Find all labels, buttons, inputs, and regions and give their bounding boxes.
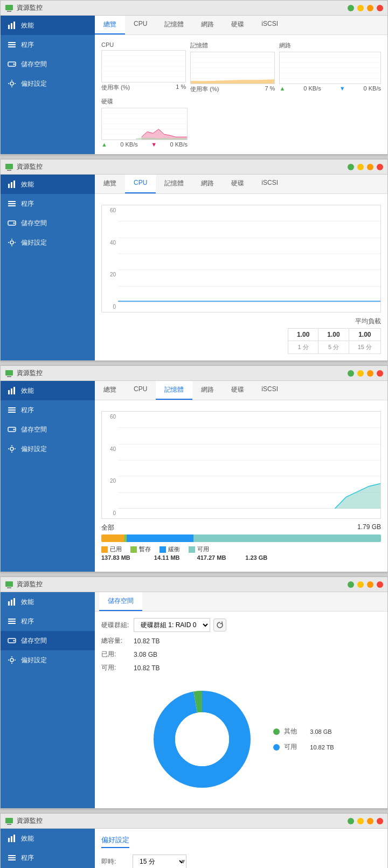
tab-iscsi-1[interactable]: iSCSI: [253, 16, 287, 34]
cpu-chart: 60 40 20 0: [101, 205, 381, 313]
tab-network-3[interactable]: 網路: [192, 381, 223, 400]
svg-rect-72: [11, 600, 12, 606]
sidebar-item-programs-5[interactable]: 程序: [1, 848, 95, 867]
tab-overview-3[interactable]: 總覽: [95, 381, 125, 400]
sidebar-item-performance-4[interactable]: 效能: [1, 592, 95, 612]
sidebar-label-performance-1: 效能: [21, 21, 34, 30]
sidebar-item-programs-2[interactable]: 程序: [1, 194, 95, 213]
svg-marker-68: [335, 484, 380, 509]
sidebar-item-performance-5[interactable]: 效能: [1, 829, 95, 848]
sidebar-item-storage-3[interactable]: 儲存空間: [1, 420, 95, 439]
wc-red-4[interactable]: [377, 581, 383, 588]
sidebar-item-preferences-1[interactable]: 偏好設定: [1, 74, 95, 93]
wc-red-5[interactable]: [377, 818, 383, 824]
svg-rect-89: [8, 857, 16, 858]
sidebar-label-perf-2: 效能: [21, 180, 34, 189]
wc-yellow-5[interactable]: [357, 818, 364, 824]
load-avg-5m-val: 1.00: [318, 329, 349, 341]
refresh-button[interactable]: [213, 619, 226, 631]
sidebar-label-preferences-1: 偏好設定: [21, 79, 47, 88]
mem-bar-free: [193, 534, 381, 542]
sidebar-item-performance-3[interactable]: 效能: [1, 381, 95, 400]
svg-rect-74: [8, 619, 16, 620]
content-1: 總覽 CPU 記憶體 網路 硬碟 iSCSI CPU: [95, 16, 387, 154]
donut-free-dot: [273, 744, 280, 751]
sidebar-item-programs-1[interactable]: 程序: [1, 35, 95, 54]
tab-overview-2[interactable]: 總覽: [95, 175, 125, 193]
cpu-window: 資源監控 效能 程序: [0, 159, 388, 361]
load-avg-15m-val: 1.00: [349, 329, 380, 341]
sidebar-item-preferences-4[interactable]: 偏好設定: [1, 650, 95, 670]
tab-iscsi-2[interactable]: iSCSI: [253, 175, 287, 193]
sidebar-item-storage-1[interactable]: 儲存空間: [1, 54, 95, 74]
wc-orange-1[interactable]: [367, 5, 373, 11]
load-avg-1m-val: 1.00: [288, 329, 318, 341]
load-avg: 平均負載 1.00 1.00 1.00 1 分 5 分 15 分: [101, 317, 381, 354]
sidebar-item-programs-4[interactable]: 程序: [1, 612, 95, 631]
mem-xaxis: [118, 509, 380, 518]
wc-orange-4[interactable]: [367, 581, 373, 588]
tab-hdd-2[interactable]: 硬碟: [223, 175, 253, 193]
cpu-xaxis: [118, 302, 380, 312]
mem-bar-container: 全部 1.79 GB 已用: [101, 523, 381, 561]
tab-hdd-1[interactable]: 硬碟: [223, 16, 253, 34]
wc-red-1[interactable]: [377, 5, 383, 11]
wc-green-4[interactable]: [348, 581, 354, 588]
wc-orange-3[interactable]: [367, 370, 373, 377]
wc-yellow-2[interactable]: [357, 164, 364, 170]
storage-group-select[interactable]: 硬碟群組 1: RAID 0: [134, 618, 210, 632]
svg-point-43: [13, 223, 15, 224]
sidebar-item-preferences-3[interactable]: 偏好設定: [1, 439, 95, 459]
svg-rect-54: [11, 388, 12, 394]
wc-yellow-4[interactable]: [357, 581, 364, 588]
tab-cpu-2[interactable]: CPU: [125, 175, 156, 193]
svg-rect-86: [11, 836, 12, 842]
tab-iscsi-3[interactable]: iSCSI: [253, 381, 287, 400]
window-controls-4: [348, 581, 383, 588]
tab-overview-1[interactable]: 總覽: [95, 16, 125, 34]
window-body-2: 效能 程序 儲存空間 偏好設定: [1, 175, 387, 360]
tab-network-1[interactable]: 網路: [192, 16, 223, 34]
sidebar-item-programs-3[interactable]: 程序: [1, 400, 95, 420]
wc-red-3[interactable]: [377, 370, 383, 377]
wc-green-5[interactable]: [348, 818, 354, 824]
tab-cpu-3[interactable]: CPU: [125, 381, 156, 400]
tab-memory-2[interactable]: 記憶體: [156, 175, 192, 193]
overview-body: CPU 使用率 (%) 1 %: [95, 35, 387, 154]
storage-free-row: 可用: 10.82 TB: [101, 663, 381, 672]
wc-orange-2[interactable]: [367, 164, 373, 170]
wc-yellow-3[interactable]: [357, 370, 364, 377]
svg-point-44: [10, 241, 13, 244]
wc-green-1[interactable]: [348, 5, 354, 11]
sidebar-item-performance-1[interactable]: 效能: [1, 16, 95, 35]
pref-title: 偏好設定: [101, 835, 129, 848]
wc-red-2[interactable]: [377, 164, 383, 170]
tab-storage-4[interactable]: 儲存空間: [99, 592, 142, 611]
svg-point-78: [13, 640, 15, 642]
pref-interval-select[interactable]: 15 分30 分1 小時: [133, 855, 186, 868]
overview-net-up-icon: ▲: [279, 85, 285, 92]
list-icon-3: [7, 405, 17, 415]
sidebar-item-preferences-2[interactable]: 偏好設定: [1, 233, 95, 252]
wc-green-3[interactable]: [348, 370, 354, 377]
app-icon-3: [5, 369, 13, 378]
tab-hdd-3[interactable]: 硬碟: [223, 381, 253, 400]
cpu-y-40: 40: [110, 240, 116, 246]
svg-rect-87: [13, 835, 15, 842]
sidebar-item-storage-4[interactable]: 儲存空間: [1, 631, 95, 650]
wc-yellow-1[interactable]: [357, 5, 364, 11]
tab-cpu-1[interactable]: CPU: [125, 16, 156, 34]
chart-icon-5: [7, 834, 17, 843]
window-controls-1: [348, 5, 383, 11]
wc-orange-5[interactable]: [367, 818, 373, 824]
wc-green-2[interactable]: [348, 164, 354, 170]
overview-mem-label: 記憶體: [190, 41, 275, 50]
tab-memory-3[interactable]: 記憶體: [156, 381, 192, 400]
mem-used-color: [101, 546, 108, 553]
titlebar-4: 資源監控: [1, 577, 387, 592]
tab-network-2[interactable]: 網路: [192, 175, 223, 193]
tab-memory-1[interactable]: 記憶體: [156, 16, 192, 34]
mem-used-val-item: 137.83 MB: [101, 554, 130, 561]
sidebar-item-storage-2[interactable]: 儲存空間: [1, 213, 95, 233]
sidebar-item-performance-2[interactable]: 效能: [1, 175, 95, 194]
